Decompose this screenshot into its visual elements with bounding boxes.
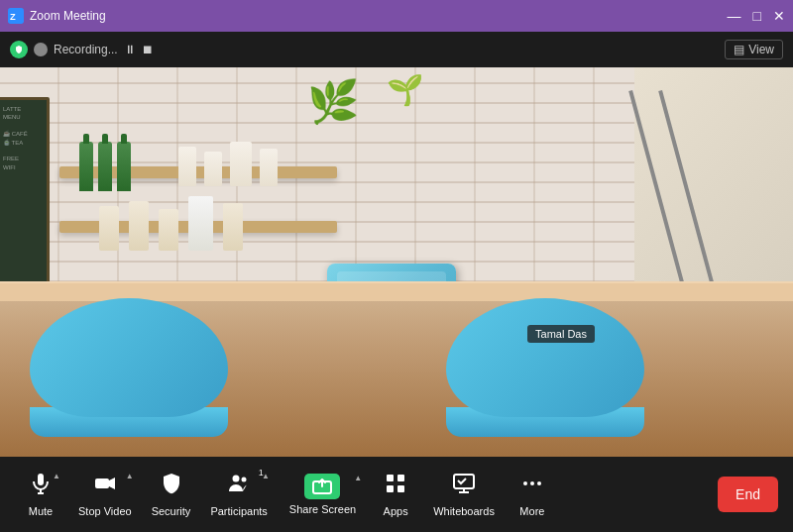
stair-rail-1 — [628, 90, 684, 282]
shield-icon — [160, 472, 183, 495]
apps-icon — [384, 472, 407, 501]
ellipsis-icon — [520, 472, 544, 495]
participants-label: Participants — [210, 505, 267, 517]
svg-rect-9 — [387, 475, 394, 481]
share-screen-button[interactable]: ▲ Share Screen — [280, 468, 366, 521]
share-screen-arrow: ▲ — [354, 474, 362, 482]
whiteboards-button[interactable]: Whiteboards — [425, 466, 503, 523]
svg-rect-11 — [387, 485, 394, 492]
participant-name-tag: Tamal Das — [527, 325, 595, 343]
stop-record-button[interactable]: ⏹ — [142, 43, 154, 56]
minimize-button[interactable]: — — [728, 9, 741, 23]
security-button[interactable]: Security — [144, 466, 199, 523]
mute-label: Mute — [29, 505, 53, 517]
title-bar-controls: — □ ✕ — [728, 9, 785, 23]
camera-icon — [93, 472, 117, 495]
recording-section: Recording... ⏸ ⏹ — [10, 41, 154, 58]
share-screen-icon-wrapper — [304, 474, 340, 499]
bottom-toolbar: ▲ Mute ▲ Stop Video Security — [0, 457, 793, 532]
security-shield-icon — [10, 41, 28, 58]
lower-shelf-items — [99, 196, 243, 251]
chair-right — [446, 298, 644, 437]
video-area: LATTEMENU ☕ CAFÉ 🍵 TEA FREEWIFI — [0, 67, 793, 457]
svg-point-18 — [537, 481, 541, 485]
hanging-plant-icon: 🌿 — [307, 77, 359, 126]
lower-item-5 — [223, 203, 243, 251]
mute-arrow: ▲ — [53, 472, 60, 480]
stair-rail-2 — [658, 90, 714, 282]
zoom-logo-icon: Z — [8, 8, 24, 24]
lower-item-1 — [99, 206, 119, 251]
mute-icon — [29, 472, 53, 501]
view-label: View — [748, 43, 774, 56]
share-screen-icon — [312, 479, 332, 494]
apps-label: Apps — [384, 505, 408, 517]
record-indicator — [34, 43, 48, 56]
end-button[interactable]: End — [718, 477, 778, 512]
chalkboard-text: LATTEMENU ☕ CAFÉ 🍵 TEA FREEWIFI — [0, 100, 47, 176]
svg-rect-2 — [38, 474, 44, 485]
lower-item-2 — [129, 201, 149, 251]
svg-rect-5 — [95, 479, 109, 488]
toolbar-items: ▲ Mute ▲ Stop Video Security — [15, 466, 708, 523]
participants-button[interactable]: 1 ▲ Participants — [202, 466, 275, 523]
svg-rect-10 — [397, 475, 404, 481]
cafe-background: LATTEMENU ☕ CAFÉ 🍵 TEA FREEWIFI — [0, 67, 793, 457]
view-button[interactable]: ▤ View — [725, 40, 783, 59]
meeting-top-toolbar: Recording... ⏸ ⏹ ▤ View — [0, 32, 793, 67]
whiteboard-icon — [452, 472, 476, 495]
participants-icon — [227, 472, 251, 501]
mute-button[interactable]: ▲ Mute — [15, 466, 66, 523]
svg-point-17 — [530, 481, 534, 485]
security-label: Security — [152, 505, 191, 517]
stop-video-label: Stop Video — [78, 505, 132, 517]
item-3 — [230, 142, 252, 186]
bottle-1 — [79, 142, 93, 191]
chair-left — [30, 298, 228, 437]
share-screen-label: Share Screen — [289, 503, 356, 515]
svg-point-7 — [242, 478, 247, 482]
more-icon — [520, 472, 544, 501]
lower-item-4 — [188, 196, 213, 251]
stop-video-icon — [93, 472, 117, 501]
pause-record-button[interactable]: ⏸ — [124, 43, 136, 56]
close-button[interactable]: ✕ — [773, 9, 785, 23]
svg-point-16 — [523, 481, 527, 485]
record-controls: ⏸ ⏹ — [124, 43, 154, 56]
participants-arrow: ▲ — [262, 472, 270, 480]
title-bar-left: Z Zoom Meeting — [8, 8, 106, 24]
chair-left-back — [30, 298, 228, 417]
bottle-3 — [117, 142, 131, 191]
group-icon — [227, 472, 251, 495]
upper-shelf-items — [178, 142, 278, 186]
bottles — [79, 142, 131, 191]
item-4 — [260, 149, 278, 186]
more-label: More — [519, 505, 544, 517]
stop-video-arrow: ▲ — [126, 472, 134, 480]
title-bar-title: Zoom Meeting — [30, 9, 106, 23]
whiteboards-icon — [452, 472, 476, 501]
svg-rect-12 — [397, 485, 404, 492]
microphone-icon — [29, 472, 53, 495]
apps-grid-icon — [384, 472, 407, 495]
title-bar: Z Zoom Meeting — □ ✕ — [0, 0, 793, 32]
more-button[interactable]: More — [507, 466, 558, 523]
chair-right-back — [446, 298, 644, 417]
svg-text:Z: Z — [10, 12, 16, 22]
view-icon: ▤ — [734, 43, 744, 56]
bottle-2 — [98, 142, 112, 191]
plant-shelf-icon: 🌱 — [387, 72, 423, 107]
apps-button[interactable]: Apps — [370, 466, 421, 523]
chalkboard: LATTEMENU ☕ CAFÉ 🍵 TEA FREEWIFI — [0, 97, 50, 295]
whiteboards-label: Whiteboards — [433, 505, 495, 517]
security-icon — [160, 472, 183, 501]
lower-item-3 — [159, 209, 178, 251]
item-2 — [204, 152, 222, 186]
recording-label: Recording... — [54, 43, 118, 56]
maximize-button[interactable]: □ — [753, 9, 761, 23]
svg-point-6 — [233, 476, 240, 482]
stop-video-button[interactable]: ▲ Stop Video — [70, 466, 140, 523]
item-1 — [178, 147, 196, 186]
